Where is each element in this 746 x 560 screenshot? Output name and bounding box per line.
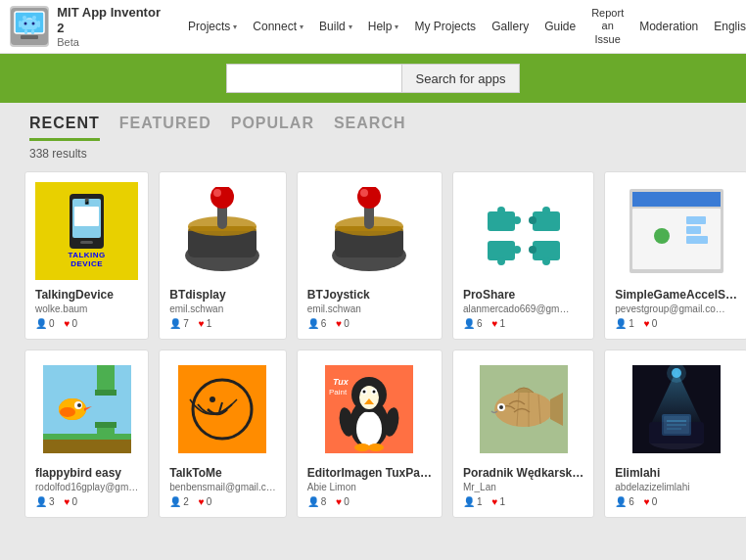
tab-featured[interactable]: FEATURED <box>119 115 211 141</box>
nav-report[interactable]: Report an Issue <box>584 3 630 50</box>
app-card[interactable]: flappybird easy rodolfod16gplay@gm… 👤 3 … <box>24 350 149 518</box>
app-card[interactable]: SimpleGameAccelS… pevestgroup@gmail.co… … <box>604 171 746 340</box>
app-title: MIT App Inventor 2 <box>57 5 166 35</box>
svg-rect-64 <box>43 434 131 440</box>
stat-likes: ♥ 1 <box>491 318 505 329</box>
tab-search[interactable]: SEARCH <box>334 115 406 141</box>
svg-text:📱: 📱 <box>83 198 91 206</box>
svg-rect-50 <box>686 236 708 244</box>
svg-point-76 <box>363 391 366 394</box>
logo-area: MIT App Inventor 2 Beta <box>10 5 166 47</box>
app-stats: 👤 6 ♥ 0 <box>615 496 737 507</box>
app-card[interactable]: Elimlahi abdelazizelimlahi 👤 6 ♥ 0 <box>604 350 746 518</box>
stat-downloads: 👤 8 <box>307 496 327 507</box>
app-author: Mr_Lan <box>463 482 583 492</box>
svg-rect-8 <box>19 21 22 27</box>
app-image <box>615 360 737 458</box>
person-icon: 👤 <box>169 496 181 507</box>
stat-likes: ♥ 1 <box>199 318 212 329</box>
heart-icon: ♥ <box>491 318 497 329</box>
search-input[interactable] <box>226 64 402 93</box>
app-card[interactable]: Poradnik Wędkarsk… Mr_Lan 👤 1 ♥ 1 <box>452 350 594 518</box>
app-image <box>615 182 737 280</box>
stat-downloads: 👤 6 <box>463 318 483 329</box>
svg-point-77 <box>373 391 376 394</box>
tab-popular[interactable]: POPULAR <box>231 115 314 141</box>
svg-point-24 <box>210 187 234 209</box>
app-card[interactable]: 📱 TALKINGDEVICE TalkingDevice wolke.baum… <box>24 171 149 340</box>
stat-likes: ♥ 0 <box>65 318 78 329</box>
chevron-down-icon: ▾ <box>300 23 303 31</box>
chevron-down-icon: ▾ <box>349 23 352 31</box>
person-icon: 👤 <box>35 496 47 507</box>
app-author: emil.schwan <box>169 303 276 314</box>
nav-items: Projects ▾ Connect ▾ Build ▾ Help ▾ My P… <box>181 3 746 50</box>
app-author: emil.schwan <box>307 303 432 314</box>
svg-rect-11 <box>31 29 34 34</box>
svg-rect-46 <box>632 192 721 207</box>
app-image: 📱 TALKINGDEVICE <box>35 182 138 280</box>
svg-rect-63 <box>43 439 131 453</box>
app-stats: 👤 6 ♥ 1 <box>463 318 583 329</box>
svg-text:Paint: Paint <box>329 388 348 397</box>
svg-rect-40 <box>497 257 505 265</box>
svg-rect-43 <box>542 257 550 265</box>
svg-rect-38 <box>529 216 536 224</box>
svg-rect-3 <box>21 35 38 39</box>
nav-moderation[interactable]: Moderation <box>632 16 705 37</box>
app-author: wolke.baum <box>35 303 138 314</box>
nav-guide[interactable]: Guide <box>537 16 583 37</box>
app-card[interactable]: TalkToMe benbensmail@gmail.c… 👤 2 ♥ 0 <box>159 350 287 518</box>
svg-point-71 <box>356 411 382 446</box>
nav-gallery[interactable]: Gallery <box>485 16 536 37</box>
app-image <box>463 360 583 458</box>
svg-rect-17 <box>74 207 99 226</box>
stat-downloads: 👤 0 <box>35 318 55 329</box>
person-icon: 👤 <box>35 318 47 329</box>
stat-likes: ♥ 0 <box>336 318 350 329</box>
app-card[interactable]: BTdisplay emil.schwan 👤 7 ♥ 1 <box>159 171 287 340</box>
person-icon: 👤 <box>615 318 627 329</box>
svg-point-81 <box>354 443 370 451</box>
nav-my-projects[interactable]: My Projects <box>407 16 483 37</box>
app-author: pevestgroup@gmail.co… <box>615 303 737 314</box>
chevron-down-icon: ▾ <box>233 23 237 31</box>
nav-connect[interactable]: Connect ▾ <box>246 16 310 37</box>
stat-likes: ♥ 0 <box>644 318 658 329</box>
svg-point-31 <box>357 187 381 209</box>
nav-english[interactable]: English ▾ <box>707 16 746 37</box>
svg-point-68 <box>210 397 215 402</box>
stat-downloads: 👤 1 <box>615 318 634 329</box>
tab-recent[interactable]: RECENT <box>29 115 100 141</box>
app-stats: 👤 8 ♥ 0 <box>307 496 432 507</box>
nav-help[interactable]: Help ▾ <box>361 16 406 37</box>
search-button[interactable]: Search for apps <box>402 64 521 93</box>
app-name: ProShare <box>463 288 583 302</box>
app-author: benbensmail@gmail.c… <box>169 482 276 492</box>
svg-text:Tux: Tux <box>333 377 350 387</box>
app-stats: 👤 7 ♥ 1 <box>169 318 276 329</box>
svg-point-13 <box>32 23 35 25</box>
results-count: 338 results <box>0 141 746 166</box>
app-name: flappybird easy <box>35 466 138 480</box>
app-name: Elimlahi <box>615 466 737 480</box>
app-card[interactable]: Tux Paint EditorImagen TuxPa… Abie Limon… <box>297 350 443 518</box>
person-icon: 👤 <box>307 318 319 329</box>
heart-icon: ♥ <box>65 496 70 507</box>
svg-rect-10 <box>24 29 27 34</box>
nav-build[interactable]: Build ▾ <box>312 16 359 37</box>
app-card[interactable]: ProShare alanmercado669@gm… 👤 6 ♥ 1 <box>452 171 594 340</box>
app-card[interactable]: BTJoystick emil.schwan 👤 6 ♥ 0 <box>297 171 443 340</box>
app-name: TalkToMe <box>169 466 276 480</box>
stat-likes: ♥ 1 <box>491 496 505 507</box>
svg-rect-41 <box>513 246 521 254</box>
header: MIT App Inventor 2 Beta Projects ▾ Conne… <box>0 0 746 54</box>
app-name: EditorImagen TuxPa… <box>307 466 432 480</box>
tabs-area: RECENT FEATURED POPULAR SEARCH <box>0 103 746 141</box>
apps-grid: 📱 TALKINGDEVICE TalkingDevice wolke.baum… <box>0 166 746 537</box>
heart-icon: ♥ <box>336 318 342 329</box>
heart-icon: ♥ <box>491 496 497 507</box>
nav-projects[interactable]: Projects ▾ <box>181 16 244 37</box>
person-icon: 👤 <box>169 318 181 329</box>
stat-likes: ♥ 0 <box>199 496 212 507</box>
